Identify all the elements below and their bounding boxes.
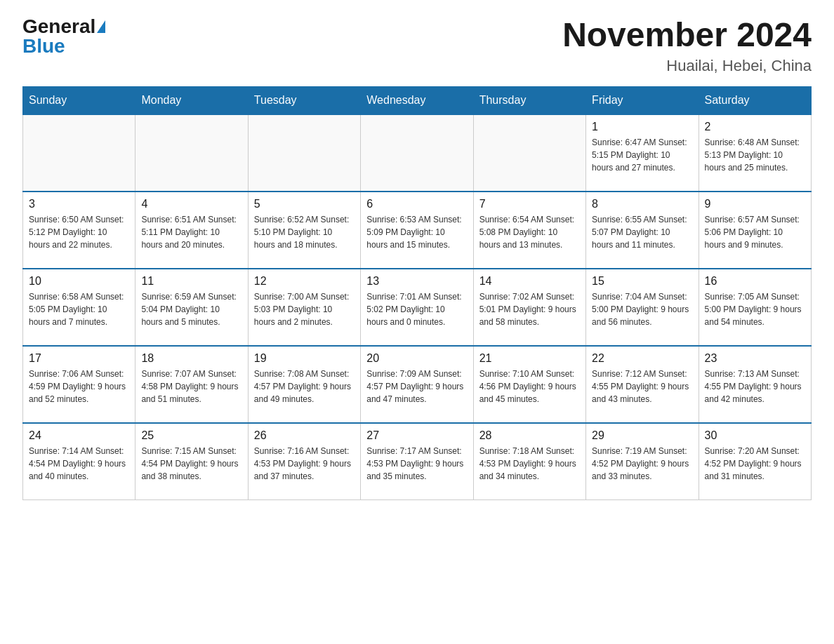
weekday-header-saturday: Saturday [699, 86, 811, 114]
location-subtitle: Huailai, Hebei, China [562, 57, 812, 75]
day-info: Sunrise: 6:58 AM Sunset: 5:05 PM Dayligh… [29, 290, 129, 328]
calendar-cell: 21Sunrise: 7:10 AM Sunset: 4:56 PM Dayli… [473, 346, 585, 423]
calendar-table: SundayMondayTuesdayWednesdayThursdayFrid… [22, 86, 812, 501]
day-info: Sunrise: 7:20 AM Sunset: 4:52 PM Dayligh… [705, 445, 805, 483]
weekday-header-monday: Monday [135, 86, 248, 114]
day-number: 7 [479, 198, 580, 210]
day-number: 14 [479, 275, 580, 288]
week-row-3: 10Sunrise: 6:58 AM Sunset: 5:05 PM Dayli… [23, 269, 812, 346]
weekday-header-sunday: Sunday [23, 86, 135, 114]
week-row-5: 24Sunrise: 7:14 AM Sunset: 4:54 PM Dayli… [23, 423, 812, 500]
calendar-cell: 13Sunrise: 7:01 AM Sunset: 5:02 PM Dayli… [361, 269, 473, 346]
calendar-cell: 23Sunrise: 7:13 AM Sunset: 4:55 PM Dayli… [699, 346, 811, 423]
day-number: 21 [479, 352, 580, 365]
day-info: Sunrise: 7:08 AM Sunset: 4:57 PM Dayligh… [254, 368, 355, 405]
calendar-cell: 8Sunrise: 6:55 AM Sunset: 5:07 PM Daylig… [586, 192, 699, 269]
day-info: Sunrise: 7:12 AM Sunset: 4:55 PM Dayligh… [592, 368, 692, 405]
day-info: Sunrise: 6:51 AM Sunset: 5:11 PM Dayligh… [141, 213, 241, 251]
day-number: 1 [592, 121, 692, 133]
day-info: Sunrise: 6:53 AM Sunset: 5:09 PM Dayligh… [366, 213, 467, 251]
calendar-cell: 16Sunrise: 7:05 AM Sunset: 5:00 PM Dayli… [699, 269, 811, 346]
calendar-cell: 24Sunrise: 7:14 AM Sunset: 4:54 PM Dayli… [23, 423, 135, 500]
day-info: Sunrise: 6:59 AM Sunset: 5:04 PM Dayligh… [141, 290, 241, 328]
calendar-cell: 6Sunrise: 6:53 AM Sunset: 5:09 PM Daylig… [361, 192, 473, 269]
day-number: 13 [366, 275, 467, 288]
day-number: 18 [141, 352, 241, 365]
day-info: Sunrise: 7:13 AM Sunset: 4:55 PM Dayligh… [705, 368, 805, 405]
day-info: Sunrise: 6:50 AM Sunset: 5:12 PM Dayligh… [29, 213, 129, 251]
day-number: 30 [705, 429, 805, 442]
calendar-cell: 25Sunrise: 7:15 AM Sunset: 4:54 PM Dayli… [135, 423, 248, 500]
day-info: Sunrise: 6:57 AM Sunset: 5:06 PM Dayligh… [705, 213, 805, 251]
weekday-header-tuesday: Tuesday [248, 86, 360, 114]
day-number: 28 [479, 429, 580, 442]
day-number: 12 [254, 275, 355, 288]
day-number: 6 [366, 198, 467, 210]
day-number: 5 [254, 198, 355, 210]
day-info: Sunrise: 7:18 AM Sunset: 4:53 PM Dayligh… [479, 445, 580, 483]
calendar-cell: 15Sunrise: 7:04 AM Sunset: 5:00 PM Dayli… [586, 269, 699, 346]
day-info: Sunrise: 7:02 AM Sunset: 5:01 PM Dayligh… [479, 290, 580, 328]
calendar-cell: 20Sunrise: 7:09 AM Sunset: 4:57 PM Dayli… [361, 346, 473, 423]
day-number: 29 [592, 429, 692, 442]
calendar-cell [248, 114, 360, 192]
logo-general-text: General [22, 17, 95, 36]
month-year-title: November 2024 [562, 17, 812, 54]
day-number: 22 [592, 352, 692, 365]
weekday-header-thursday: Thursday [473, 86, 585, 114]
day-info: Sunrise: 6:52 AM Sunset: 5:10 PM Dayligh… [254, 213, 355, 251]
weekday-header-row: SundayMondayTuesdayWednesdayThursdayFrid… [23, 86, 812, 114]
calendar-cell [361, 114, 473, 192]
day-info: Sunrise: 6:48 AM Sunset: 5:13 PM Dayligh… [705, 136, 805, 174]
calendar-cell: 27Sunrise: 7:17 AM Sunset: 4:53 PM Dayli… [361, 423, 473, 500]
day-info: Sunrise: 6:54 AM Sunset: 5:08 PM Dayligh… [479, 213, 580, 251]
day-number: 9 [705, 198, 805, 210]
day-number: 2 [705, 121, 805, 133]
week-row-4: 17Sunrise: 7:06 AM Sunset: 4:59 PM Dayli… [23, 346, 812, 423]
calendar-cell: 17Sunrise: 7:06 AM Sunset: 4:59 PM Dayli… [23, 346, 135, 423]
calendar-cell: 5Sunrise: 6:52 AM Sunset: 5:10 PM Daylig… [248, 192, 360, 269]
week-row-1: 1Sunrise: 6:47 AM Sunset: 5:15 PM Daylig… [23, 114, 812, 192]
day-info: Sunrise: 7:14 AM Sunset: 4:54 PM Dayligh… [29, 445, 129, 483]
day-number: 8 [592, 198, 692, 210]
calendar-cell: 7Sunrise: 6:54 AM Sunset: 5:08 PM Daylig… [473, 192, 585, 269]
day-info: Sunrise: 7:10 AM Sunset: 4:56 PM Dayligh… [479, 368, 580, 405]
day-number: 20 [366, 352, 467, 365]
day-info: Sunrise: 6:55 AM Sunset: 5:07 PM Dayligh… [592, 213, 692, 251]
day-info: Sunrise: 7:01 AM Sunset: 5:02 PM Dayligh… [366, 290, 467, 328]
day-info: Sunrise: 7:00 AM Sunset: 5:03 PM Dayligh… [254, 290, 355, 328]
day-info: Sunrise: 7:05 AM Sunset: 5:00 PM Dayligh… [705, 290, 805, 328]
weekday-header-friday: Friday [586, 86, 699, 114]
day-number: 23 [705, 352, 805, 365]
day-info: Sunrise: 6:47 AM Sunset: 5:15 PM Dayligh… [592, 136, 692, 174]
day-number: 17 [29, 352, 129, 365]
day-info: Sunrise: 7:07 AM Sunset: 4:58 PM Dayligh… [141, 368, 241, 405]
calendar-cell: 19Sunrise: 7:08 AM Sunset: 4:57 PM Dayli… [248, 346, 360, 423]
calendar-cell: 10Sunrise: 6:58 AM Sunset: 5:05 PM Dayli… [23, 269, 135, 346]
day-info: Sunrise: 7:09 AM Sunset: 4:57 PM Dayligh… [366, 368, 467, 405]
logo-blue-text: Blue [22, 36, 65, 56]
day-info: Sunrise: 7:17 AM Sunset: 4:53 PM Dayligh… [366, 445, 467, 483]
title-area: November 2024 Huailai, Hebei, China [562, 17, 812, 75]
calendar-cell: 28Sunrise: 7:18 AM Sunset: 4:53 PM Dayli… [473, 423, 585, 500]
day-number: 24 [29, 429, 129, 442]
calendar-cell: 18Sunrise: 7:07 AM Sunset: 4:58 PM Dayli… [135, 346, 248, 423]
day-number: 15 [592, 275, 692, 288]
calendar-cell: 30Sunrise: 7:20 AM Sunset: 4:52 PM Dayli… [699, 423, 811, 500]
logo-triangle-icon [97, 20, 105, 33]
day-number: 11 [141, 275, 241, 288]
week-row-2: 3Sunrise: 6:50 AM Sunset: 5:12 PM Daylig… [23, 192, 812, 269]
calendar-cell: 1Sunrise: 6:47 AM Sunset: 5:15 PM Daylig… [586, 114, 699, 192]
day-number: 27 [366, 429, 467, 442]
day-number: 10 [29, 275, 129, 288]
header: General Blue November 2024 Huailai, Hebe… [22, 17, 812, 75]
calendar-cell: 26Sunrise: 7:16 AM Sunset: 4:53 PM Dayli… [248, 423, 360, 500]
calendar-cell: 29Sunrise: 7:19 AM Sunset: 4:52 PM Dayli… [586, 423, 699, 500]
calendar-cell [23, 114, 135, 192]
day-number: 4 [141, 198, 241, 210]
day-number: 3 [29, 198, 129, 210]
day-info: Sunrise: 7:06 AM Sunset: 4:59 PM Dayligh… [29, 368, 129, 405]
weekday-header-wednesday: Wednesday [361, 86, 473, 114]
calendar-cell: 2Sunrise: 6:48 AM Sunset: 5:13 PM Daylig… [699, 114, 811, 192]
calendar-cell: 11Sunrise: 6:59 AM Sunset: 5:04 PM Dayli… [135, 269, 248, 346]
